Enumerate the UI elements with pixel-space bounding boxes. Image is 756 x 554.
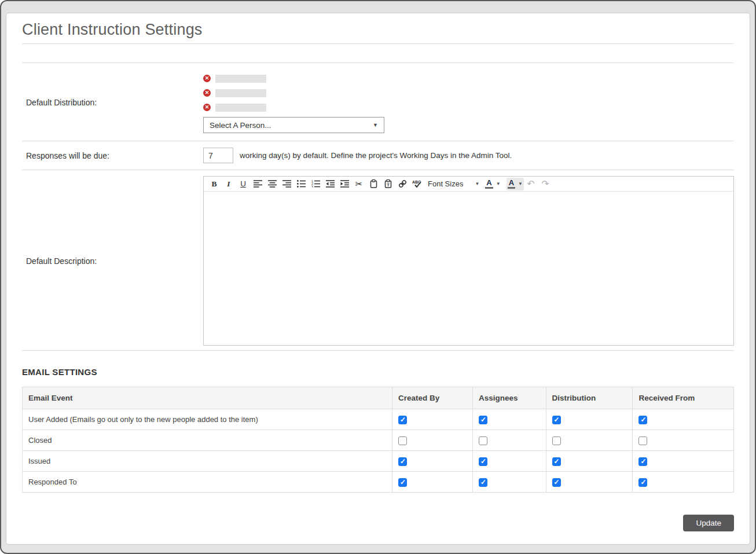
bold-button[interactable]: B	[207, 178, 221, 190]
paste-icon	[369, 179, 378, 188]
checkbox-user-added-received-from[interactable]	[638, 416, 647, 424]
empty-row	[22, 44, 734, 63]
remove-member-icon[interactable]	[203, 75, 211, 82]
align-right-icon	[282, 180, 291, 188]
insert-link-button[interactable]	[395, 178, 409, 190]
checkbox-user-added-assignees[interactable]	[479, 416, 487, 424]
text-color-button[interactable]: A ▼	[484, 178, 501, 190]
paste-as-text-icon: T	[384, 179, 392, 188]
due-days-help-text: working day(s) by default. Define the pr…	[240, 151, 512, 160]
checkbox-responded-received-from[interactable]	[638, 478, 647, 487]
checkbox-issued-received-from[interactable]	[638, 457, 647, 466]
settings-card: Client Instruction Settings Default Dist…	[6, 13, 750, 545]
checkbox-responded-assignees[interactable]	[479, 478, 487, 487]
table-row-closed: Closed	[23, 430, 734, 451]
column-header-email-event: Email Event	[23, 387, 392, 409]
checkbox-issued-created-by[interactable]	[398, 457, 407, 466]
email-settings-table: Email Event Created By Assignees Distrib…	[22, 387, 734, 493]
checkbox-user-added-created-by[interactable]	[398, 416, 407, 424]
event-label: Responded To	[23, 472, 392, 493]
due-days-input[interactable]	[203, 148, 233, 163]
undo-button[interactable]: ↶	[524, 178, 538, 190]
column-header-distribution: Distribution	[546, 387, 633, 409]
checkbox-closed-created-by[interactable]	[398, 436, 407, 445]
editor-toolbar: B I U	[204, 177, 733, 192]
member-name-redacted	[215, 75, 266, 83]
align-center-icon	[268, 180, 277, 188]
chevron-down-icon: ▼	[518, 181, 523, 186]
underline-button[interactable]: U	[236, 178, 250, 190]
responses-due-row: Responses will be due: working day(s) by…	[22, 141, 734, 170]
event-label: User Added (Emails go out only to the ne…	[23, 409, 392, 430]
table-row-responded-to: Responded To	[23, 472, 734, 493]
background-color-button[interactable]: A ▼	[507, 178, 524, 190]
column-header-created-by: Created By	[392, 387, 473, 409]
distribution-member	[203, 71, 734, 86]
checkbox-issued-assignees[interactable]	[479, 457, 487, 466]
checkbox-responded-created-by[interactable]	[398, 478, 407, 487]
spellcheck-button[interactable]: ABC	[410, 178, 424, 190]
member-name-redacted	[215, 89, 266, 97]
text-color-icon: A	[485, 179, 493, 189]
indent-icon	[340, 180, 349, 188]
default-distribution-label: Default Distribution:	[22, 98, 203, 107]
checkbox-closed-assignees[interactable]	[479, 436, 487, 445]
default-description-label: Default Description:	[22, 256, 203, 266]
page-title: Client Instruction Settings	[22, 19, 734, 44]
spellcheck-icon: ABC	[412, 179, 422, 188]
checkbox-user-added-distribution[interactable]	[552, 416, 561, 424]
editor-content-area[interactable]	[204, 192, 733, 345]
person-select-value: Select A Person...	[210, 121, 271, 130]
align-right-button[interactable]	[280, 178, 293, 190]
chevron-down-icon: ▼	[373, 122, 378, 128]
font-sizes-dropdown[interactable]: Font Sizes ▼	[428, 179, 479, 188]
bullet-list-icon	[297, 180, 306, 188]
paste-as-text-button[interactable]: T	[381, 178, 395, 190]
rich-text-editor: B I U	[203, 176, 734, 346]
remove-member-icon[interactable]	[203, 104, 211, 111]
svg-text:3: 3	[311, 185, 313, 188]
distribution-member	[203, 100, 734, 115]
footer-actions: Update	[22, 515, 734, 531]
chevron-down-icon: ▼	[475, 181, 479, 186]
person-select-dropdown[interactable]: Select A Person... ▼	[203, 117, 384, 133]
remove-member-icon[interactable]	[203, 89, 211, 97]
redo-button[interactable]: ↷	[538, 178, 552, 190]
align-center-button[interactable]	[265, 178, 279, 190]
column-header-received-from: Received From	[633, 387, 734, 409]
email-settings-heading: EMAIL SETTINGS	[22, 367, 734, 377]
checkbox-closed-received-from[interactable]	[638, 436, 647, 445]
italic-button[interactable]: I	[222, 178, 236, 190]
distribution-member	[203, 86, 734, 100]
bullet-list-button[interactable]	[294, 178, 308, 190]
checkbox-issued-distribution[interactable]	[552, 457, 561, 466]
member-name-redacted	[215, 104, 266, 112]
event-label: Closed	[23, 430, 392, 451]
table-header-row: Email Event Created By Assignees Distrib…	[23, 387, 734, 409]
app-window: Client Instruction Settings Default Dist…	[0, 0, 756, 554]
update-button[interactable]: Update	[683, 515, 734, 531]
column-header-assignees: Assignees	[472, 387, 546, 409]
align-left-button[interactable]	[251, 178, 265, 190]
checkbox-closed-distribution[interactable]	[552, 436, 561, 445]
link-icon	[398, 179, 407, 188]
paste-button[interactable]	[366, 178, 380, 190]
cut-button[interactable]: ✂	[352, 178, 366, 190]
align-left-icon	[254, 180, 262, 188]
responses-due-label: Responses will be due:	[22, 151, 203, 160]
table-row-issued: Issued	[23, 451, 734, 472]
chevron-down-icon: ▼	[496, 181, 501, 186]
outdent-button[interactable]	[323, 178, 337, 190]
background-color-icon: A	[508, 179, 515, 189]
checkbox-responded-distribution[interactable]	[552, 478, 561, 487]
svg-text:T: T	[387, 182, 390, 188]
event-label: Issued	[23, 451, 392, 472]
default-distribution-row: Default Distribution: Select A Person...…	[22, 63, 734, 141]
numbered-list-icon: 123	[311, 180, 320, 188]
numbered-list-button[interactable]: 123	[309, 178, 322, 190]
outdent-icon	[326, 180, 335, 188]
font-sizes-label: Font Sizes	[428, 179, 463, 188]
table-row-user-added: User Added (Emails go out only to the ne…	[23, 409, 734, 430]
default-description-row: Default Description: B I U	[22, 170, 734, 351]
indent-button[interactable]	[337, 178, 351, 190]
